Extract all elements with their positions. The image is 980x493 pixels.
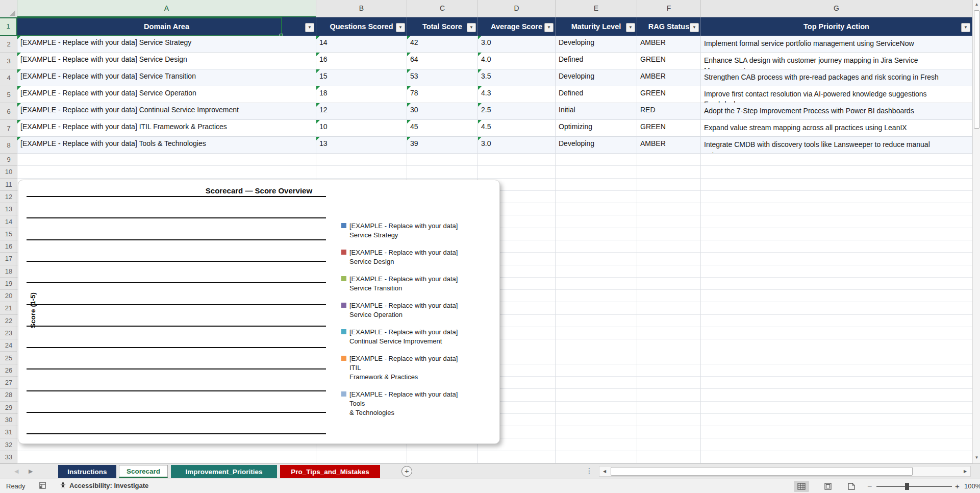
scroll-left-icon[interactable]: ◀ xyxy=(600,466,609,476)
row-header-19[interactable]: 19 xyxy=(0,278,17,290)
cell-maturity[interactable]: Developing xyxy=(556,36,637,53)
row-header-20[interactable]: 20 xyxy=(0,290,17,302)
cell-domain[interactable]: [EXAMPLE - Replace with your data] Servi… xyxy=(17,53,316,69)
cell-domain[interactable]: [EXAMPLE - Replace with your data] Servi… xyxy=(17,86,316,103)
filter-dropdown-icon[interactable]: ▼ xyxy=(626,23,635,32)
tab-instructions[interactable]: Instructions xyxy=(58,465,116,478)
normal-view-button[interactable] xyxy=(794,481,809,492)
cell-domain[interactable]: [EXAMPLE - Replace with your data] Tools… xyxy=(17,137,316,154)
cell-action[interactable]: Adopt the 7-Step Improvement Process wit… xyxy=(701,103,972,120)
row-header-24[interactable]: 24 xyxy=(0,339,17,352)
cell-action[interactable]: Expand value stream mapping across all p… xyxy=(701,120,972,137)
column-header-A[interactable]: A xyxy=(17,0,316,17)
header-cell-questions-scored[interactable]: Questions Scored▼ xyxy=(316,17,407,36)
cell-rag[interactable]: RED xyxy=(637,103,701,120)
cell-total[interactable]: 78 xyxy=(407,86,478,103)
cell-questions[interactable]: 18 xyxy=(316,86,407,103)
column-header-B[interactable]: B xyxy=(316,0,407,17)
cell-action[interactable]: Implement formal service portfolio manag… xyxy=(701,36,972,53)
cell-total[interactable]: 45 xyxy=(407,120,478,137)
cell-average[interactable]: 4.0 xyxy=(478,53,556,69)
row-header-16[interactable]: 16 xyxy=(0,240,17,253)
zoom-out-icon[interactable]: − xyxy=(867,482,872,491)
cell-action[interactable]: Strengthen CAB process with pre-read pac… xyxy=(701,69,972,86)
row-header-22[interactable]: 22 xyxy=(0,315,17,327)
cell-total[interactable]: 42 xyxy=(407,36,478,53)
cell-average[interactable]: 3.0 xyxy=(478,36,556,53)
row-header-14[interactable]: 14 xyxy=(0,215,17,228)
row-header-13[interactable]: 13 xyxy=(0,203,17,215)
page-layout-view-button[interactable] xyxy=(820,481,836,492)
cell-average[interactable]: 4.3 xyxy=(478,86,556,103)
zoom-slider-track[interactable] xyxy=(876,486,952,487)
cell-action[interactable]: Improve first contact resolution via AI-… xyxy=(701,86,972,103)
row-header-26[interactable]: 26 xyxy=(0,364,17,377)
zoom-in-icon[interactable]: + xyxy=(955,482,960,490)
cell-domain[interactable]: [EXAMPLE - Replace with your data] Conti… xyxy=(17,103,316,120)
tab-scorecard[interactable]: Scorecard xyxy=(119,465,168,478)
macro-record-icon[interactable] xyxy=(39,482,46,491)
header-cell-maturity-level[interactable]: Maturity Level▼ xyxy=(556,17,637,36)
cell-maturity[interactable]: Initial xyxy=(556,103,637,120)
sheet-grid[interactable]: Domain Area▼ Questions Scored▼ Total Sco… xyxy=(17,17,972,463)
header-cell-total-score[interactable]: Total Score▼ xyxy=(407,17,478,36)
column-header-E[interactable]: E xyxy=(556,0,637,17)
cell-rag[interactable]: AMBER xyxy=(637,36,701,53)
cell-questions[interactable]: 12 xyxy=(316,103,407,120)
row-header-9[interactable]: 9 xyxy=(0,154,17,166)
cell-average[interactable]: 3.5 xyxy=(478,69,556,86)
cell-maturity[interactable]: Developing xyxy=(556,137,637,154)
page-break-view-button[interactable] xyxy=(844,481,859,492)
scroll-up-icon[interactable]: ▲ xyxy=(973,0,980,9)
vertical-scroll-thumb[interactable] xyxy=(974,10,979,129)
row-header-31[interactable]: 31 xyxy=(0,426,17,438)
filter-dropdown-icon[interactable]: ▼ xyxy=(305,23,314,32)
column-header-F[interactable]: F xyxy=(637,0,701,17)
row-header-21[interactable]: 21 xyxy=(0,302,17,314)
tab-nav-right-icon[interactable]: ▶ xyxy=(29,468,33,475)
cell-average[interactable]: 4.5 xyxy=(478,120,556,137)
row-header-29[interactable]: 29 xyxy=(0,402,17,414)
row-header-33[interactable]: 33 xyxy=(0,451,17,463)
score-overview-chart[interactable]: Scorecard — Score Overview Score (1-5) [… xyxy=(18,180,500,444)
row-header-30[interactable]: 30 xyxy=(0,414,17,426)
column-header-C[interactable]: C xyxy=(407,0,478,17)
new-sheet-button[interactable]: + xyxy=(401,466,412,477)
header-cell-domain-area[interactable]: Domain Area▼ xyxy=(17,17,316,36)
cell-questions[interactable]: 16 xyxy=(316,53,407,69)
vertical-scrollbar[interactable]: ▲ ▼ xyxy=(972,0,980,463)
cell-domain[interactable]: [EXAMPLE - Replace with your data] Servi… xyxy=(17,69,316,86)
tab-improvement-priorities[interactable]: Improvement_Priorities xyxy=(171,465,277,478)
row-header-12[interactable]: 12 xyxy=(0,191,17,203)
cell-action[interactable]: Enhance SLA design with customer journey… xyxy=(701,53,972,69)
row-header-18[interactable]: 18 xyxy=(0,265,17,278)
filter-dropdown-icon[interactable]: ▼ xyxy=(961,23,970,32)
header-cell-average-score[interactable]: Average Score▼ xyxy=(478,17,556,36)
row-header-25[interactable]: 25 xyxy=(0,352,17,364)
cell-rag[interactable]: AMBER xyxy=(637,69,701,86)
horizontal-scroll-thumb[interactable] xyxy=(611,467,913,476)
row-header-32[interactable]: 32 xyxy=(0,438,17,451)
cell-average[interactable]: 2.5 xyxy=(478,103,556,120)
cell-total[interactable]: 39 xyxy=(407,137,478,154)
header-cell-top-priority-action[interactable]: Top Priority Action▼ xyxy=(701,17,972,36)
tab-splitter-handle[interactable]: ⋮ xyxy=(586,466,593,475)
row-header-10[interactable]: 10 xyxy=(0,166,17,178)
row-header-27[interactable]: 27 xyxy=(0,377,17,389)
horizontal-scrollbar[interactable]: ◀ ▶ xyxy=(599,466,971,477)
row-header-17[interactable]: 17 xyxy=(0,253,17,265)
filter-dropdown-icon[interactable]: ▼ xyxy=(396,23,405,32)
accessibility-status[interactable]: Accessibility: Investigate xyxy=(59,482,148,489)
filter-dropdown-icon[interactable]: ▼ xyxy=(690,23,699,32)
cell-questions[interactable]: 15 xyxy=(316,69,407,86)
cell-domain[interactable]: [EXAMPLE - Replace with your data] ITIL … xyxy=(17,120,316,137)
cell-rag[interactable]: GREEN xyxy=(637,86,701,103)
column-header-D[interactable]: D xyxy=(478,0,556,17)
cell-action[interactable]: Integrate CMDB with discovery tools like… xyxy=(701,137,972,154)
cell-questions[interactable]: 13 xyxy=(316,137,407,154)
cell-total[interactable]: 64 xyxy=(407,53,478,69)
cell-maturity[interactable]: Defined xyxy=(556,53,637,69)
row-header-11[interactable]: 11 xyxy=(0,179,17,191)
select-all-button[interactable] xyxy=(0,0,17,17)
cell-domain[interactable]: [EXAMPLE - Replace with your data] Servi… xyxy=(17,36,316,53)
